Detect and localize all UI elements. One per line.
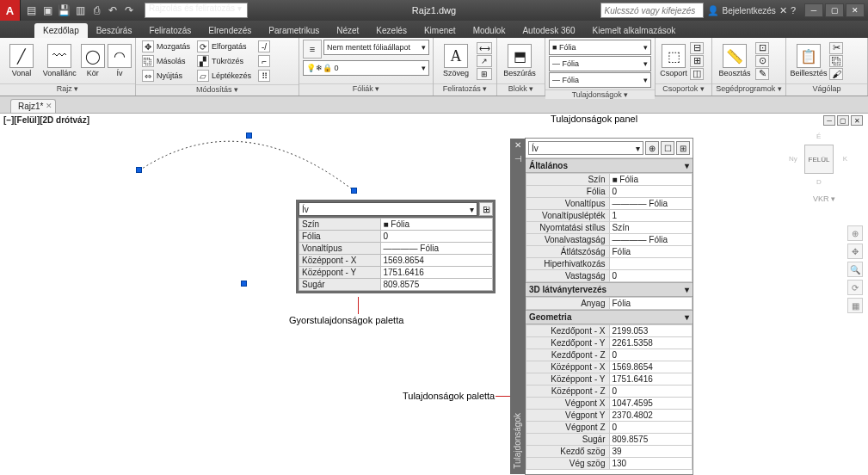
tab-kiemelt[interactable]: Kiemelt alkalmazások xyxy=(584,23,685,38)
close-icon[interactable]: ✕ xyxy=(846,3,865,17)
redo-icon[interactable]: ↷ xyxy=(122,3,136,17)
panel-tulajdonsagok-title[interactable]: Tulajdonságok ▾ xyxy=(545,89,655,99)
layer-combo[interactable]: 💡❄🔒 0▾ xyxy=(303,60,429,76)
array-button[interactable]: ⠿ xyxy=(255,69,273,83)
property-value[interactable]: 130 xyxy=(609,458,693,470)
qprops-type-combo[interactable]: Ív▾ xyxy=(299,202,477,216)
props-picksel-icon[interactable]: ☐ xyxy=(661,141,674,155)
property-row[interactable]: Végpont Y2370.4802 xyxy=(526,410,693,422)
view-label[interactable]: [–][Felül][2D drótváz] xyxy=(3,115,89,125)
property-value[interactable]: 0 xyxy=(609,386,693,398)
tab-feliratozas[interactable]: Feliratozás xyxy=(140,23,200,38)
property-row[interactable]: ÁtlátszóságFólia xyxy=(526,246,693,258)
util3-button[interactable]: ✎ xyxy=(755,68,769,80)
grip-center[interactable] xyxy=(241,281,247,287)
groupedit-button[interactable]: ⊞ xyxy=(690,55,704,67)
property-value[interactable]: 1751.6416 xyxy=(380,267,493,279)
arc-button[interactable]: ◠Ív xyxy=(108,44,132,77)
ungroup-button[interactable]: ⊟ xyxy=(690,42,704,54)
tab-kezeles[interactable]: Kezelés xyxy=(367,23,416,38)
mirror-button[interactable]: ▞Tükrözés xyxy=(194,54,254,68)
property-row[interactable]: Középpont - X1569.8654 xyxy=(299,255,493,267)
util1-button[interactable]: ⊡ xyxy=(755,42,769,54)
property-value[interactable]: 1047.4595 xyxy=(609,398,693,410)
property-row[interactable]: Kezdőpont - Y2261.5358 xyxy=(526,337,693,349)
property-value[interactable]: ■ Fólia xyxy=(380,219,493,231)
property-value[interactable]: 1751.6416 xyxy=(609,373,693,386)
measure-button[interactable]: 📏Beosztás xyxy=(716,44,754,77)
help-icon[interactable]: ? xyxy=(791,5,796,15)
property-row[interactable]: Kezdőpont - X2199.053 xyxy=(526,325,693,337)
polyline-button[interactable]: 〰Vonallánc xyxy=(41,44,77,77)
groupsel-button[interactable]: ◫ xyxy=(690,68,704,80)
nav-zoom-icon[interactable]: 🔍 xyxy=(847,262,863,277)
cut-button[interactable]: ✂ xyxy=(829,42,843,54)
signin-link[interactable]: Bejelentkezés xyxy=(723,6,776,15)
rotate-button[interactable]: ⟳Elforgatás xyxy=(194,40,254,53)
util2-button[interactable]: ⊙ xyxy=(755,55,769,67)
property-row[interactable]: Vonaltípuslépték1 xyxy=(526,210,693,222)
trim-button[interactable]: -/ xyxy=(255,40,273,53)
qprops-close-icon[interactable]: ✕ xyxy=(483,201,494,211)
viewport-max-icon[interactable]: ▢ xyxy=(837,115,849,126)
property-value[interactable]: 0 xyxy=(609,349,693,361)
app-icon[interactable]: A xyxy=(0,0,21,21)
props-type-combo[interactable]: Ív▾ xyxy=(528,141,643,155)
scale-button[interactable]: ▱Léptékezés xyxy=(194,69,254,83)
print-icon[interactable]: ⎙ xyxy=(89,3,103,17)
viewport-min-icon[interactable]: ─ xyxy=(823,115,835,126)
keyword-search-input[interactable] xyxy=(600,3,704,18)
property-value[interactable]: 1569.8654 xyxy=(609,361,693,373)
viewcube[interactable]: É D Ny K FELÜL xyxy=(794,134,844,184)
quick-properties-palette[interactable]: ✕ Ív▾ ⊞ Szín■ FóliaFólia0Vonaltípus———— … xyxy=(296,200,496,293)
panel-foliak-title[interactable]: Fóliák ▾ xyxy=(299,83,433,96)
property-value[interactable]: Fólia xyxy=(609,298,693,310)
panel-modositas-title[interactable]: Módosítás ▾ xyxy=(136,84,299,96)
property-value[interactable]: ■ Fólia xyxy=(609,174,693,186)
property-row[interactable]: Szín■ Fólia xyxy=(526,174,693,186)
insert-button[interactable]: ⬒Beszúrás xyxy=(501,44,539,77)
property-row[interactable]: Nyomtatási stílusSzín xyxy=(526,222,693,234)
circle-button[interactable]: ◯Kör xyxy=(79,44,106,77)
tab-beszuras[interactable]: Beszúrás xyxy=(88,23,141,38)
property-row[interactable]: Sugár809.8575 xyxy=(526,434,693,446)
property-value[interactable]: 0 xyxy=(380,231,493,243)
props-close-icon[interactable]: ✕ xyxy=(512,140,524,152)
properties-palette[interactable]: ✕ ⊣ Tulajdonságok Ív▾ ⊕ ☐ ⊞ Általános▾ S… xyxy=(525,138,693,475)
move-button[interactable]: ✥Mozgatás xyxy=(139,40,193,53)
grip-end[interactable] xyxy=(351,188,357,194)
lineweight-combo[interactable]: — Fólia▾ xyxy=(549,56,651,71)
property-value[interactable]: Szín xyxy=(609,222,693,234)
property-value[interactable]: ———— Fólia xyxy=(609,234,693,246)
ucs-combo[interactable]: VKR ▾ xyxy=(813,194,835,203)
exchange-icon[interactable]: ✕ xyxy=(779,5,787,16)
property-row[interactable]: AnyagFólia xyxy=(526,298,693,310)
layerstate-combo[interactable]: Nem mentett fóliaállapot▾ xyxy=(323,40,429,55)
maximize-icon[interactable]: ▢ xyxy=(825,3,844,17)
property-value[interactable]: 2261.5358 xyxy=(609,337,693,349)
property-row[interactable]: Végpont X1047.4595 xyxy=(526,398,693,410)
tab-autodesk360[interactable]: Autodesk 360 xyxy=(514,23,583,38)
property-value[interactable]: ———— Fólia xyxy=(609,198,693,210)
minimize-icon[interactable]: ─ xyxy=(804,3,823,17)
props-section-3d[interactable]: 3D látványtervezés▾ xyxy=(526,282,693,297)
property-row[interactable]: Középpont - X1569.8654 xyxy=(526,361,693,373)
property-row[interactable]: Kezdő szög39 xyxy=(526,446,693,458)
grip-start[interactable] xyxy=(136,167,142,173)
nav-wheel-icon[interactable]: ⊕ xyxy=(847,225,863,241)
property-row[interactable]: Kezdőpont - Z0 xyxy=(526,349,693,361)
property-value[interactable]: 2199.053 xyxy=(609,325,693,337)
line-button[interactable]: ╱Vonal xyxy=(3,44,40,77)
viewport-close-icon[interactable]: ✕ xyxy=(851,115,863,126)
props-quicksel-icon[interactable]: ⊕ xyxy=(645,141,659,155)
paste-button[interactable]: 📋Beillesztés xyxy=(790,44,828,77)
tab-parametrikus[interactable]: Parametrikus xyxy=(260,23,328,38)
panel-feliratozas-title[interactable]: Feliratozás ▾ xyxy=(434,83,496,96)
nav-pan-icon[interactable]: ✥ xyxy=(847,244,863,259)
close-tab-icon[interactable]: ✕ xyxy=(46,102,52,110)
props-qprops-icon[interactable]: ⊞ xyxy=(676,141,690,155)
fillet-button[interactable]: ⌐ xyxy=(255,54,273,68)
tab-kimenet[interactable]: Kimenet xyxy=(416,23,465,38)
tab-kezdolap[interactable]: Kezdőlap xyxy=(34,23,88,38)
panel-segedprogramok-title[interactable]: Segédprogramok ▾ xyxy=(712,83,785,96)
